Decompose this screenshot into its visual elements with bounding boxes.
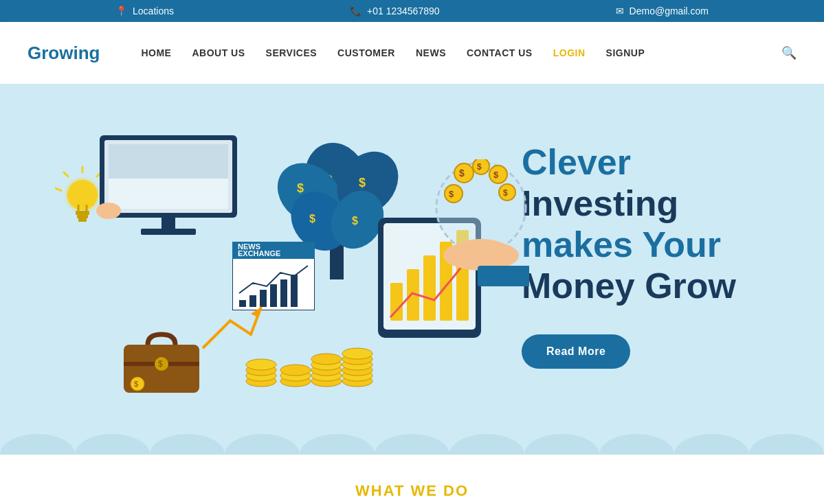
deco-circle-10 — [674, 434, 749, 455]
location-label: Locations — [133, 5, 174, 16]
deco-circle-1 — [0, 434, 75, 455]
nav-item-customer[interactable]: CUSTOMER — [337, 47, 395, 59]
deco-circle-11 — [749, 434, 824, 455]
briefcase-icon: $ $ — [120, 328, 203, 399]
svg-text:$: $ — [477, 162, 482, 172]
hero-text: Clever Investing makes Your Money Grow R… — [522, 142, 783, 368]
top-bar: 📍 Locations 📞 +01 1234567890 ✉ Demo@gmai… — [0, 0, 824, 22]
read-more-button[interactable]: Read More — [522, 334, 630, 369]
svg-rect-10 — [78, 218, 87, 222]
svg-rect-14 — [109, 144, 228, 179]
deco-circle-5 — [300, 434, 375, 455]
svg-text:$: $ — [352, 215, 358, 227]
nav-link-about[interactable]: ABOUT US — [192, 47, 245, 58]
svg-text:$: $ — [134, 380, 138, 388]
svg-rect-8 — [76, 211, 89, 215]
hero-heading-line2: Investing — [522, 183, 678, 223]
phone-item: 📞 +01 1234567890 — [350, 5, 440, 16]
deco-circle-9 — [599, 434, 674, 455]
svg-rect-38 — [291, 275, 298, 307]
svg-rect-36 — [270, 284, 277, 307]
nav-link-signup[interactable]: SIGNUP — [606, 47, 645, 58]
deco-circle-6 — [375, 434, 449, 455]
deco-circle-8 — [524, 434, 599, 455]
svg-text:$: $ — [449, 189, 454, 199]
logo[interactable]: Growing — [27, 43, 100, 64]
hero-heading-line3: makes Your — [522, 225, 721, 264]
navbar: Growing HOME ABOUT US SERVICES CUSTOMER … — [0, 22, 824, 84]
nav-link-services[interactable]: SERVICES — [266, 47, 318, 58]
nav-item-home[interactable]: HOME — [141, 47, 171, 59]
deco-circle-4 — [225, 434, 300, 455]
hero-section: $ $ $ $ $ NEWS EXCHANGE — [0, 84, 824, 455]
growth-arrow — [196, 300, 265, 358]
svg-rect-15 — [162, 218, 175, 229]
nav-item-signup[interactable]: SIGNUP — [606, 47, 645, 59]
svg-point-50 — [311, 354, 342, 365]
svg-point-5 — [67, 180, 98, 210]
location-item: 📍 Locations — [115, 5, 174, 16]
phone-icon: 📞 — [350, 5, 361, 16]
svg-text:$: $ — [493, 170, 499, 180]
hero-heading-line4: Money Grow — [522, 266, 736, 306]
email-item: ✉ Demo@gmail.com — [616, 5, 709, 16]
svg-text:$: $ — [503, 188, 508, 198]
deco-circle-7 — [449, 434, 524, 455]
nav-item-services[interactable]: SERVICES — [266, 47, 318, 59]
svg-line-4 — [55, 188, 62, 191]
svg-line-3 — [63, 172, 69, 177]
svg-point-45 — [280, 365, 311, 376]
svg-text:EXCHANGE: EXCHANGE — [238, 249, 280, 257]
hero-heading-line1: Clever — [522, 142, 631, 182]
svg-point-17 — [96, 203, 121, 219]
svg-point-56 — [342, 348, 372, 359]
email-address: Demo@gmail.com — [630, 5, 709, 16]
svg-text:$: $ — [309, 213, 315, 225]
svg-point-72 — [436, 163, 526, 252]
svg-text:$: $ — [459, 168, 465, 179]
nav-item-contact[interactable]: CONTACT US — [467, 47, 533, 59]
what-we-do-title: WHAT WE DO — [41, 482, 783, 500]
coin-circle: $ $ $ $ $ — [433, 159, 529, 299]
svg-rect-16 — [141, 229, 196, 235]
hero-illustration: $ $ $ $ $ NEWS EXCHANGE — [41, 111, 494, 400]
svg-point-84 — [454, 239, 509, 261]
nav-links: HOME ABOUT US SERVICES CUSTOMER NEWS CON… — [141, 47, 775, 59]
monitor-icon — [96, 132, 234, 231]
nav-item-about[interactable]: ABOUT US — [192, 47, 245, 59]
svg-point-42 — [246, 359, 276, 370]
nav-link-home[interactable]: HOME — [141, 47, 171, 58]
what-we-do-section: WHAT WE DO — [0, 455, 824, 504]
nav-link-customer[interactable]: CUSTOMER — [337, 47, 395, 58]
nav-link-login[interactable]: LOGIN — [553, 47, 586, 58]
nav-link-news[interactable]: NEWS — [416, 47, 446, 58]
location-icon: 📍 — [115, 5, 127, 16]
nav-item-login[interactable]: LOGIN — [553, 47, 586, 59]
deco-circle-3 — [150, 434, 225, 455]
email-icon: ✉ — [616, 5, 624, 16]
svg-rect-37 — [280, 279, 287, 307]
svg-rect-9 — [77, 215, 88, 218]
search-icon[interactable]: 🔍 — [781, 45, 797, 60]
nav-link-contact[interactable]: CONTACT US — [467, 47, 533, 58]
svg-text:$: $ — [158, 359, 163, 369]
hero-heading: Clever Investing makes Your Money Grow — [522, 142, 783, 306]
illustration-container: $ $ $ $ $ NEWS EXCHANGE — [41, 111, 494, 400]
svg-text:$: $ — [297, 181, 304, 195]
phone-number: +01 1234567890 — [367, 5, 440, 16]
nav-item-news[interactable]: NEWS — [416, 47, 446, 59]
bottom-circles — [0, 434, 824, 455]
svg-rect-85 — [478, 266, 529, 286]
svg-text:$: $ — [359, 176, 366, 190]
deco-circle-2 — [75, 434, 150, 455]
